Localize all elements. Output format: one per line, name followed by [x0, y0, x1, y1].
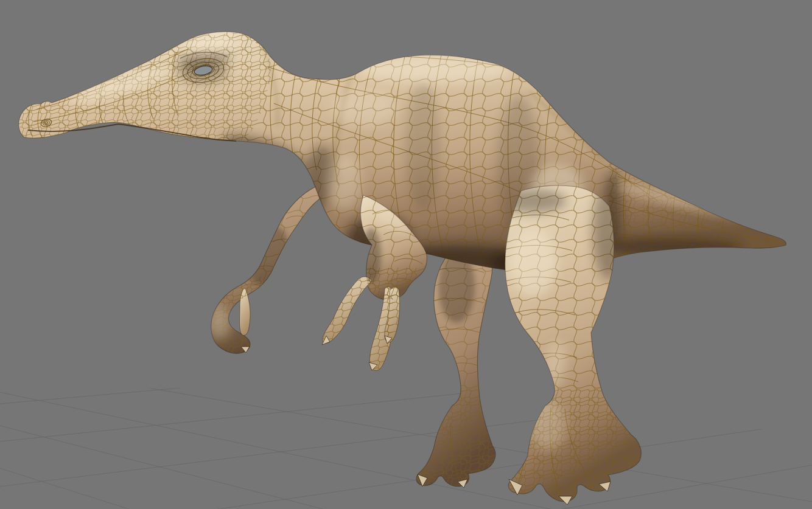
floor-grid-line	[0, 356, 812, 509]
far-leg	[408, 246, 505, 493]
floor-grid-line	[0, 457, 812, 509]
viewport-render[interactable]	[0, 0, 812, 509]
floor-grid	[0, 329, 812, 509]
floor-grid-line	[0, 329, 812, 407]
floor-grid-line	[0, 458, 812, 509]
head-mesh-overlay	[18, 32, 271, 144]
floor-grid-line	[0, 417, 812, 509]
floor-grid-line	[0, 353, 812, 445]
floor-grid-line	[0, 381, 812, 491]
far-arm	[201, 185, 320, 359]
viewport-canvas[interactable]	[0, 0, 812, 509]
floor-grid-line	[0, 384, 812, 509]
floor-grid-line	[0, 416, 812, 509]
